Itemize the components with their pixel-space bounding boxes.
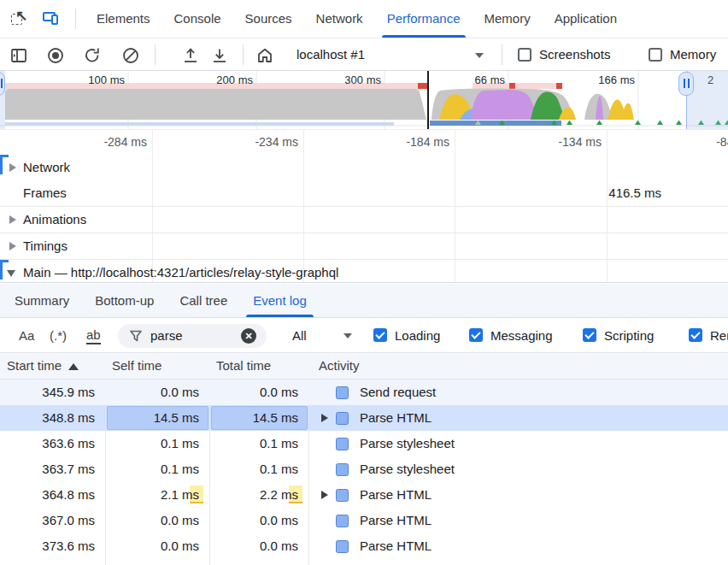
track-network[interactable]: Network: [0, 155, 728, 180]
divider: [243, 44, 244, 65]
filter-input[interactable]: parse ✕: [118, 324, 267, 348]
devtools-performance-panel: ↖ Elements Console Sources Network Perfo…: [0, 0, 728, 565]
ruler-tick: -184 ms: [376, 135, 449, 149]
track-frames[interactable]: Frames 416.5 ms: [0, 180, 728, 206]
cell-activity: Parse stylesheet: [308, 456, 728, 482]
tab-memory[interactable]: Memory: [473, 0, 543, 38]
expand-icon[interactable]: [9, 215, 16, 224]
match-case-toggle[interactable]: Aa: [19, 319, 34, 352]
loading-checkbox[interactable]: [373, 328, 387, 342]
cell-activity: Parse HTML: [308, 533, 728, 559]
overview-tick: 66 ms: [440, 74, 505, 86]
header-self-time[interactable]: Self time: [105, 353, 161, 379]
filter-query[interactable]: parse: [150, 324, 183, 348]
header-total-time[interactable]: Total time: [209, 353, 271, 379]
record-icon[interactable]: [45, 45, 66, 66]
network-lane: [430, 121, 561, 126]
collapse-icon[interactable]: [7, 270, 15, 277]
expand-icon[interactable]: [9, 163, 16, 172]
frame-duration: 416.5 ms: [533, 185, 661, 200]
timeline-ruler: -284 ms -234 ms -184 ms -134 ms -84 ms: [0, 130, 728, 154]
scripting-checkbox[interactable]: [583, 328, 596, 342]
long-task-red: [418, 83, 428, 89]
table-row[interactable]: 345.9 ms 0.0 ms 0.0 ms Send request: [0, 380, 728, 405]
activity-icon: [336, 515, 349, 527]
whole-word-toggle[interactable]: ab: [86, 326, 101, 344]
inspect-element-icon[interactable]: ↖: [10, 9, 29, 28]
activity-icon: [336, 412, 349, 425]
expand-icon[interactable]: [321, 491, 328, 499]
track-timings[interactable]: Timings: [0, 233, 728, 259]
category-dropdown[interactable]: All: [292, 319, 307, 352]
tab-network[interactable]: Network: [304, 0, 375, 38]
regex-toggle[interactable]: (.*): [50, 319, 67, 352]
upload-profile-icon[interactable]: [180, 45, 201, 66]
tab-event-log[interactable]: Event log: [240, 284, 320, 317]
table-row-selected[interactable]: 348.8 ms 14.5 ms 14.5 ms Parse HTML: [0, 405, 728, 431]
cell-self-time: 0.1 ms: [105, 456, 209, 482]
network-lane: [5, 122, 394, 126]
overview-tick: 300 ms: [316, 74, 381, 86]
tab-performance[interactable]: Performance: [375, 0, 473, 38]
cell-total-time: 0.0 ms: [209, 508, 308, 533]
cell-activity: Parse HTML: [308, 405, 728, 431]
table-row[interactable]: 373.6 ms 0.0 ms 0.0 ms Parse HTML: [0, 533, 728, 559]
home-icon[interactable]: [255, 45, 275, 66]
table-header: Start time Self time Total time Activity: [0, 353, 728, 380]
rendering-checkbox[interactable]: [689, 328, 702, 342]
table-row[interactable]: 363.7 ms 0.1 ms 0.1 ms Parse stylesheet: [0, 456, 728, 482]
loading-label: Loading: [395, 319, 440, 352]
track-animations[interactable]: Animations: [0, 207, 728, 232]
track-main[interactable]: Main — http://localhost:4321/articles/re…: [0, 260, 728, 283]
table-row[interactable]: 367.0 ms 0.0 ms 0.0 ms Parse HTML: [0, 508, 728, 533]
expand-icon[interactable]: [9, 242, 16, 250]
tab-sources[interactable]: Sources: [233, 0, 304, 38]
tab-elements[interactable]: Elements: [85, 0, 162, 38]
overview-tick: 100 ms: [60, 74, 125, 86]
timeline-tracks: Network Frames 416.5 ms Animations Timin…: [0, 154, 728, 283]
long-task-red: [556, 83, 562, 89]
cell-self-time: 2.1 ms: [105, 482, 209, 508]
timeline-overview[interactable]: 100 ms 200 ms 300 ms 66 ms 166 ms 2: [0, 71, 728, 130]
performance-toolbar: localhost #1 Screenshots Memory: [0, 39, 728, 71]
expand-icon[interactable]: [321, 414, 328, 422]
screenshots-label: Screenshots: [539, 39, 610, 70]
memory-checkbox[interactable]: [649, 48, 662, 62]
ruler-tick: -134 ms: [528, 135, 602, 149]
clear-icon[interactable]: [120, 45, 141, 66]
tab-bottom-up[interactable]: Bottom-up: [82, 284, 167, 317]
ruler-tick: -284 ms: [73, 135, 147, 149]
cpu-scripting-area: [608, 100, 634, 120]
header-start-time[interactable]: Start time: [0, 353, 79, 379]
device-toolbar-icon[interactable]: [43, 10, 62, 27]
tab-console[interactable]: Console: [162, 0, 233, 38]
memory-label: Memory: [670, 39, 716, 70]
toggle-sidebar-icon[interactable]: [9, 45, 29, 66]
download-profile-icon[interactable]: [209, 45, 230, 66]
chevron-down-icon[interactable]: [343, 333, 352, 338]
cell-start-time: 373.6 ms: [0, 533, 105, 559]
window-handle-right[interactable]: [678, 72, 694, 96]
overview-tick: 166 ms: [570, 74, 635, 86]
cell-self-time: 0.0 ms: [105, 508, 209, 533]
tab-application[interactable]: Application: [543, 0, 629, 38]
screenshots-checkbox[interactable]: [518, 48, 531, 62]
table-row[interactable]: 364.8 ms 2.1 ms 2.2 ms Parse HTML: [0, 482, 728, 508]
devtools-tab-bar: ↖ Elements Console Sources Network Perfo…: [0, 0, 728, 38]
messaging-checkbox[interactable]: [469, 328, 483, 342]
reload-record-icon[interactable]: [82, 45, 103, 66]
clear-filter-icon[interactable]: ✕: [241, 328, 256, 344]
cell-total-time: 0.0 ms: [209, 533, 308, 559]
cell-start-time: 345.9 ms: [0, 380, 105, 405]
ruler-tick: -84 ms: [679, 135, 728, 149]
cell-self-time: 0.0 ms: [105, 380, 209, 405]
session-selector[interactable]: localhost #1: [296, 39, 365, 70]
activity-icon: [336, 489, 349, 502]
panel-tabs: Elements Console Sources Network Perform…: [85, 0, 629, 38]
table-row[interactable]: 363.6 ms 0.1 ms 0.1 ms Parse stylesheet: [0, 431, 728, 456]
chevron-down-icon[interactable]: [475, 53, 484, 58]
cell-self-time: 14.5 ms: [105, 405, 209, 431]
header-activity[interactable]: Activity: [308, 353, 360, 379]
tab-summary[interactable]: Summary: [2, 284, 82, 317]
tab-call-tree[interactable]: Call tree: [167, 284, 240, 317]
